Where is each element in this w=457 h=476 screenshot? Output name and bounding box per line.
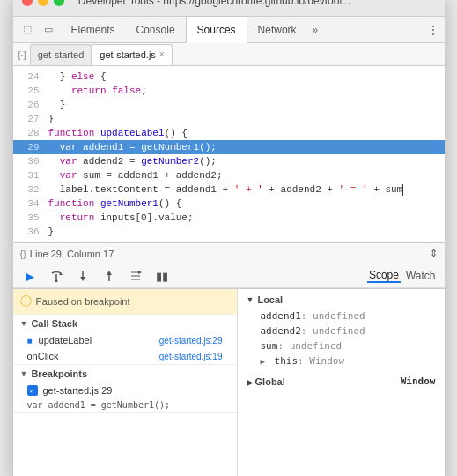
file-tab-label: get-started [38, 44, 85, 65]
menu-icon[interactable]: ⋮ [427, 23, 439, 37]
breakpoint-item-0[interactable]: ✓ get-started.js:29 [13, 383, 237, 398]
call-stack-arrow: ▼ [20, 319, 28, 328]
call-stack-header[interactable]: ▼ Call Stack [13, 315, 237, 332]
scope-var-addend2: addend2: undefined [247, 324, 436, 338]
brackets-icon: {} [20, 249, 26, 259]
code-line-31: 31 var sum = addend1 + addend2; [13, 168, 445, 182]
code-line-35: 35 return inputs[0].value; [13, 211, 445, 225]
scroll-icon: ⇕ [430, 248, 438, 259]
step-out-button[interactable] [100, 266, 119, 286]
right-scope-panel: ▼ Local addend1: undefined addend2: unde… [238, 289, 445, 476]
code-line-27: 27 } [13, 112, 445, 126]
sidebar-toggle-icon[interactable]: [·] [18, 49, 26, 60]
file-tabs: [·] get-started get-started.js × [13, 43, 445, 66]
code-line-36: 36 } [13, 225, 445, 239]
step-over-button[interactable] [47, 266, 66, 286]
code-line-29: 29 var addend1 = getNumber1(); [13, 140, 445, 154]
code-line-25: 25 return false; [13, 84, 445, 98]
traffic-lights [22, 0, 64, 6]
svg-marker-6 [107, 271, 112, 275]
tab-scope[interactable]: Scope [367, 269, 401, 283]
scope-var-addend1: addend1: undefined [247, 309, 436, 324]
breakpoints-header[interactable]: ▼ Breakpoints [13, 365, 237, 383]
call-stack-section: ▼ Call Stack ■ updateLabel get-started.j… [13, 315, 237, 365]
status-bar: {} Line 29, Column 17 ⇕ [13, 242, 445, 264]
local-section-label[interactable]: ▼ Local [247, 294, 436, 305]
stack-fn-0: updateLabel [39, 335, 92, 346]
stack-file-1: get-started.js:19 [159, 352, 223, 361]
stack-file-0: get-started.js:29 [159, 336, 223, 346]
scope-content: ▼ Local addend1: undefined addend2: unde… [238, 289, 445, 476]
pause-button[interactable]: ▮▮ [152, 266, 172, 286]
code-line-34: 34 function getNumber1() { [13, 197, 445, 211]
call-stack-item-1[interactable]: onClick get-started.js:19 [13, 348, 237, 364]
bp-label-0: get-started.js:29 [43, 385, 113, 396]
stack-fn-1: onClick [27, 351, 59, 361]
pause-banner: ⓘ Paused on breakpoint [13, 289, 237, 315]
code-line-32: 32 label.textContent = addend1 + ' + ' +… [13, 182, 445, 197]
left-debug-panel: ⓘ Paused on breakpoint ▼ Call Stack ■ up… [13, 289, 238, 476]
tab-console[interactable]: Console [126, 17, 186, 43]
svg-marker-4 [80, 277, 85, 281]
code-line-26: 26 } [13, 98, 445, 112]
title-bar: Developer Tools - https://googlechrome.g… [13, 0, 445, 17]
tab-watch[interactable]: Watch [404, 270, 438, 282]
global-value: Window [401, 376, 436, 387]
global-section: ▶ Global Window [247, 374, 436, 389]
step-into-button[interactable] [73, 266, 92, 286]
code-editor[interactable]: 24 } else { 25 return false; 26 } 27 } 2… [13, 66, 445, 242]
file-tab-label-js: get-started.js [100, 44, 156, 65]
maximize-button[interactable] [54, 0, 64, 6]
code-line-28: 28 function updateLabel() { [13, 126, 445, 140]
call-stack-item-0[interactable]: ■ updateLabel get-started.js:29 [13, 332, 237, 348]
mobile-icon[interactable]: ▭ [40, 21, 57, 39]
scope-watch-tabs: Scope Watch [367, 269, 438, 283]
file-tab-get-started-js[interactable]: get-started.js × [92, 44, 172, 65]
info-icon: ⓘ [20, 294, 32, 309]
debug-toolbar: ▶ ▮▮ [13, 264, 445, 288]
toolbar-divider [181, 269, 181, 283]
scope-var-this: ▶ this: Window [247, 353, 436, 368]
breakpoint-code-preview: var addend1 = getNumber1(); [13, 398, 237, 412]
breakpoints-label: Breakpoints [31, 368, 87, 379]
call-stack-label: Call Stack [31, 318, 77, 329]
cursor-icon[interactable]: ⬚ [18, 21, 36, 39]
breakpoints-section: ▼ Breakpoints ✓ get-started.js:29 var ad… [13, 365, 237, 413]
more-tabs[interactable]: » [307, 24, 324, 36]
breakpoints-arrow: ▼ [20, 369, 28, 378]
status-text: Line 29, Column 17 [30, 249, 114, 259]
tab-sources[interactable]: Sources [186, 17, 247, 43]
devtools-window: Developer Tools - https://googlechrome.g… [13, 0, 445, 476]
code-line-30: 30 var addend2 = getNumber2(); [13, 154, 445, 168]
tab-network[interactable]: Network [247, 17, 307, 43]
file-tab-close-icon[interactable]: × [159, 44, 165, 65]
bp-checkbox-0[interactable]: ✓ [27, 385, 38, 396]
pause-text: Paused on breakpoint [36, 296, 130, 307]
resume-button[interactable]: ▶ [20, 266, 40, 286]
bottom-panel: ⓘ Paused on breakpoint ▼ Call Stack ■ up… [13, 288, 445, 476]
svg-marker-7 [138, 271, 142, 274]
file-tab-get-started[interactable]: get-started [30, 44, 92, 65]
minimize-button[interactable] [38, 0, 48, 6]
code-area: 24 } else { 25 return false; 26 } 27 } 2… [13, 66, 445, 264]
stack-icon-0: ■ [27, 336, 33, 346]
tab-elements[interactable]: Elements [61, 17, 126, 43]
code-line-24: 24 } else { [13, 70, 445, 84]
global-section-label[interactable]: ▶ Global Window [247, 374, 436, 389]
svg-point-2 [55, 280, 57, 283]
close-button[interactable] [22, 0, 33, 6]
window-title: Developer Tools - https://googlechrome.g… [73, 0, 357, 7]
scope-var-sum: sum: undefined [247, 338, 436, 353]
nav-tabs: ⬚ ▭ Elements Console Sources Network » ⋮ [13, 17, 445, 43]
step-button[interactable] [126, 266, 145, 286]
